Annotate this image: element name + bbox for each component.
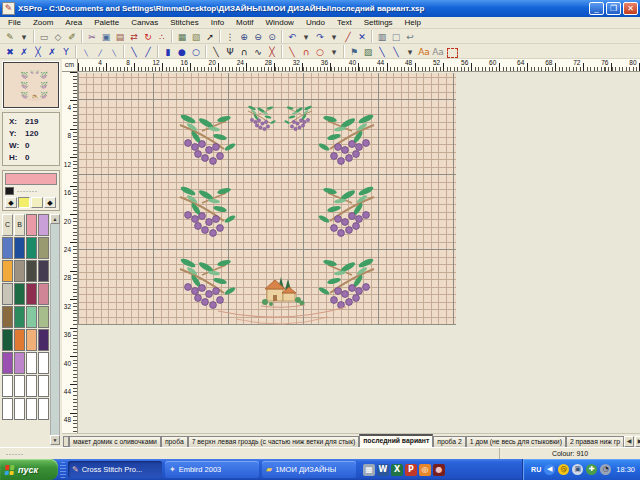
pale-button[interactable] (31, 197, 43, 208)
palette-swatch[interactable] (26, 283, 37, 305)
palette-swatch[interactable] (38, 283, 49, 305)
pattern-tab[interactable]: 2 правая ниж гр (566, 436, 624, 447)
palette-swatch[interactable] (2, 306, 13, 328)
minimize-button[interactable]: _ (589, 2, 604, 15)
menu-item[interactable]: Zoom (27, 17, 59, 29)
palette-swatch[interactable] (38, 306, 49, 328)
taskbar-task-button[interactable]: ▰ 1МОИ ДИЗАЙНЫ (262, 461, 356, 478)
zoom-out-tool[interactable]: ⊖ (251, 30, 265, 43)
pointer-arrow-tool[interactable]: ➚ (203, 30, 217, 43)
paste-motif-tool[interactable]: ▤ (113, 30, 127, 43)
menu-item[interactable]: Text (331, 17, 358, 29)
menu-item[interactable]: Motif (230, 17, 259, 29)
palette-swatch[interactable] (2, 352, 13, 374)
select-rect-tool[interactable]: ▭ (37, 30, 51, 43)
volume-icon[interactable]: ◔ (600, 464, 611, 475)
palette-swatch[interactable] (2, 237, 13, 259)
taskbar-clock[interactable]: 18:30 (616, 465, 635, 474)
pattern-tab[interactable]: проба 2 (433, 436, 465, 447)
palette-swatch[interactable] (26, 306, 37, 328)
palette-scrollbar[interactable]: ▲ ▼ (50, 214, 60, 445)
menu-item[interactable]: Stitches (164, 17, 204, 29)
pencil-dropdown[interactable]: ▾ (17, 30, 31, 43)
french-knot-stitch[interactable]: ○ (189, 45, 203, 58)
messenger-icon[interactable]: ◎ (419, 464, 431, 476)
start-button[interactable]: пуск (0, 459, 58, 480)
palette-swatch[interactable] (14, 306, 25, 328)
delete-tool[interactable]: ✕ (355, 30, 369, 43)
palette-swatch[interactable] (38, 237, 49, 259)
palette-swatch[interactable] (26, 260, 37, 282)
palette-swatch[interactable] (2, 260, 13, 282)
undo-button[interactable]: ↶ (285, 30, 299, 43)
app-window-icon[interactable]: ▦ (363, 464, 375, 476)
text-large-tool[interactable]: Aa (417, 45, 431, 58)
y-stitch[interactable]: Y (59, 45, 73, 58)
menu-item[interactable]: Help (399, 17, 427, 29)
palette-swatch[interactable] (26, 214, 37, 236)
two-color-cross[interactable]: ╳ (265, 45, 279, 58)
blue-line-b[interactable]: ╲ (389, 45, 403, 58)
menu-item[interactable]: File (2, 17, 27, 29)
palette-swatch[interactable] (2, 329, 13, 351)
current-color-swatch[interactable] (5, 173, 57, 185)
backstitch-curve[interactable]: ∩ (237, 45, 251, 58)
redo-button[interactable]: ↷ (313, 30, 327, 43)
three-quarter-stitch-c[interactable]: ✗ (45, 45, 59, 58)
palette-b-button[interactable]: B (14, 214, 25, 236)
palette-swatch[interactable] (14, 375, 25, 397)
zoom-in-tool[interactable]: ⊕ (237, 30, 251, 43)
diamond-button-left[interactable]: ◆ (5, 197, 17, 208)
select-poly-tool[interactable]: ◇ (51, 30, 65, 43)
backstitch-line[interactable]: ╲ (209, 45, 223, 58)
copy-motif-tool[interactable]: ▣ (99, 30, 113, 43)
backstitch-branch[interactable]: Ψ (223, 45, 237, 58)
excel-icon[interactable]: X (391, 464, 403, 476)
powerpoint-icon[interactable]: P (405, 464, 417, 476)
taskbar-task-button[interactable]: ✦ Embird 2003 (165, 461, 259, 478)
palette-swatch[interactable] (26, 237, 37, 259)
half-stitch-forward[interactable]: ╱ (141, 45, 155, 58)
menu-item[interactable]: Canvas (125, 17, 164, 29)
revert-tool[interactable]: ↩ (403, 30, 417, 43)
vertical-stitch[interactable]: ▮ (161, 45, 175, 58)
palette-swatch[interactable] (14, 352, 25, 374)
quarter-stitch-b[interactable]: ╱ (93, 45, 107, 58)
menu-item[interactable]: Undo (300, 17, 331, 29)
red-dropdown[interactable]: ▾ (327, 45, 341, 58)
collapse-chevron-icon[interactable]: ◀ (544, 464, 555, 475)
pattern-tab[interactable]: проба (161, 436, 188, 447)
pattern-tab[interactable]: макет домик с оливочками (69, 436, 161, 447)
palette-swatch[interactable] (2, 283, 13, 305)
close-button[interactable]: ✕ (623, 2, 638, 15)
diamond-button-right[interactable]: ◆ (44, 197, 56, 208)
column-guide-tool[interactable]: ⋮ (223, 30, 237, 43)
palette-swatch[interactable] (38, 375, 49, 397)
icq-icon[interactable]: @ (558, 464, 569, 475)
taskbar-task-button[interactable]: ✎ Cross Stitch Pro... (68, 461, 162, 478)
text-small-tool[interactable]: Aa (431, 45, 445, 58)
palette-swatch[interactable] (14, 398, 25, 420)
taskbar-grip[interactable] (60, 462, 66, 478)
rotate-tool[interactable]: ↻ (141, 30, 155, 43)
palette-swatch[interactable] (38, 260, 49, 282)
scatter-tool[interactable]: ∴ (155, 30, 169, 43)
blue-line-a[interactable]: ╲ (375, 45, 389, 58)
undo-dropdown[interactable]: ▾ (299, 30, 313, 43)
scroll-track[interactable] (50, 224, 60, 435)
line-dropdown[interactable]: ▾ (403, 45, 417, 58)
marquee-select-tool[interactable] (445, 45, 459, 58)
palette-swatch[interactable] (38, 352, 49, 374)
scroll-up-button[interactable]: ▲ (50, 214, 60, 224)
word-icon[interactable]: W (377, 464, 389, 476)
red-circle[interactable]: ○ (313, 45, 327, 58)
design-preview[interactable] (3, 62, 59, 108)
draw-line-tool[interactable]: ╱ (341, 30, 355, 43)
quarter-stitch-a[interactable]: ╲ (79, 45, 93, 58)
half-stitch-back[interactable]: ╲ (127, 45, 141, 58)
palette-swatch[interactable] (14, 237, 25, 259)
palette-swatch[interactable] (26, 398, 37, 420)
pattern-tab[interactable]: 7 верхн левая гроздь (с частью ниж ветки… (188, 436, 360, 447)
palette-swatch[interactable] (14, 283, 25, 305)
zoom-reset-tool[interactable]: ⊙ (265, 30, 279, 43)
